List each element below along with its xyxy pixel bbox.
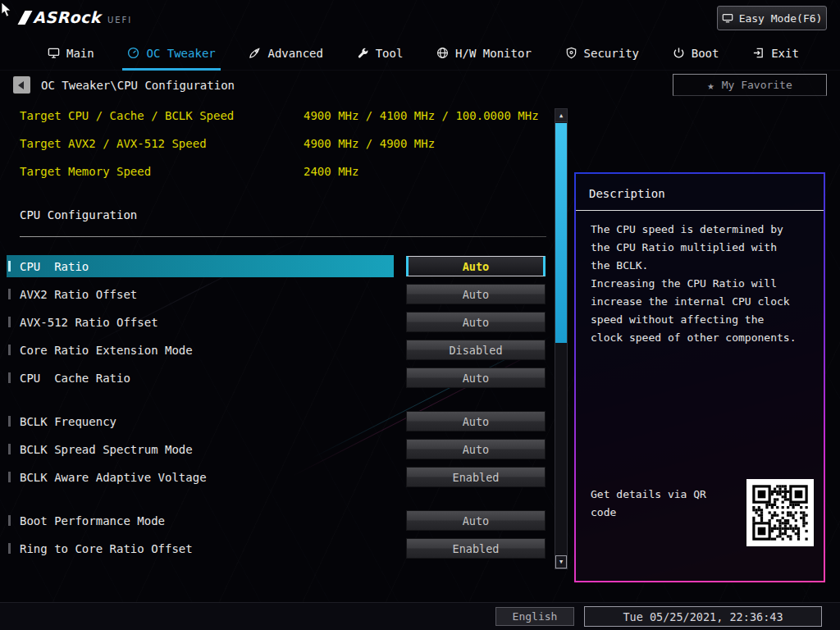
setting-value-button[interactable]: Enabled [406, 467, 546, 487]
tab-oc-tweaker[interactable]: OC Tweaker [127, 36, 215, 71]
setting-label: BCLK Spread Spectrum Mode [20, 443, 193, 456]
target-value: 2400 MHz [304, 165, 358, 178]
row-marker-icon [8, 261, 11, 272]
setting-row-highlight: Core Ratio Extension Mode [7, 339, 394, 361]
setting-value-button[interactable]: Auto [406, 411, 546, 431]
setting-row[interactable]: BCLK Spread Spectrum Mode Auto [0, 438, 555, 460]
target-speeds: Target CPU / Cache / BCLK Speed 4900 MHz… [0, 102, 555, 185]
qr-code [746, 479, 814, 546]
setting-row-highlight: BCLK Spread Spectrum Mode [7, 438, 394, 460]
setting-row[interactable]: AVX-512 Ratio Offset Auto [0, 311, 555, 333]
topbar: ASRock UEFI Easy Mode(F6) [0, 0, 840, 36]
uefi-label: UEFI [107, 16, 132, 25]
target-row: Target CPU / Cache / BCLK Speed 4900 MHz… [0, 102, 555, 130]
setting-value-button[interactable]: Enabled [406, 538, 546, 559]
description-body: The CPU speed is determined by the CPU R… [576, 211, 824, 347]
row-marker-icon [8, 472, 11, 482]
easy-mode-button[interactable]: Easy Mode(F6) [717, 6, 827, 30]
setting-row[interactable]: Core Ratio Extension Mode Disabled [0, 339, 555, 361]
setting-label: Core Ratio Extension Mode [20, 344, 193, 357]
tab-boot[interactable]: Boot [673, 36, 719, 71]
language-button[interactable]: English [495, 607, 574, 626]
setting-row[interactable]: BCLK Aware Adaptive Voltage Enabled [0, 466, 555, 488]
setting-row-highlight: CPU Cache Ratio [7, 367, 394, 389]
setting-row[interactable]: Ring to Core Ratio Offset Enabled [0, 537, 555, 559]
easy-mode-label: Easy Mode(F6) [739, 12, 823, 25]
setting-row-highlight: Boot Performance Mode [7, 509, 394, 532]
target-row: Target AVX2 / AVX-512 Speed 4900 MHz / 4… [0, 130, 555, 158]
advanced-icon [249, 47, 261, 59]
description-title: Description [576, 174, 824, 211]
oc-tweaker-icon [127, 47, 139, 59]
tab-tool[interactable]: Tool [357, 36, 404, 71]
setting-row-highlight: Ring to Core Ratio Offset [7, 537, 394, 559]
datetime-display: Tue 05/25/2021, 22:36:43 [584, 606, 822, 627]
setting-row[interactable]: CPU Cache Ratio Auto [0, 367, 555, 389]
target-value: 4900 MHz / 4100 MHz / 100.0000 MHz [304, 109, 539, 122]
tab-main[interactable]: Main [48, 36, 94, 71]
setting-row-highlight: AVX2 Ratio Offset [7, 283, 394, 305]
setting-row[interactable]: CPU Ratio Auto [0, 255, 555, 277]
tab-exit[interactable]: Exit [752, 36, 799, 71]
main-icon [48, 47, 60, 59]
nav-tabs: Main OC Tweaker Advanced Tool H/W Monito… [0, 36, 840, 71]
setting-value-button[interactable]: Auto [406, 510, 546, 531]
tab-security[interactable]: Security [565, 36, 639, 71]
setting-row[interactable]: Boot Performance Mode Auto [0, 509, 555, 532]
screen-icon [722, 12, 733, 24]
scrollbar[interactable]: ▲ ▼ [555, 108, 568, 569]
asrock-logo: ASRock UEFI [21, 8, 132, 26]
description-panel-inner: Description The CPU speed is determined … [576, 174, 824, 581]
star-icon: ★ [707, 79, 714, 92]
setting-row-highlight: BCLK Frequency [7, 410, 394, 432]
row-marker-icon [8, 444, 11, 454]
tab-h-w-monitor[interactable]: H/W Monitor [436, 36, 532, 71]
setting-label: CPU Cache Ratio [20, 372, 130, 385]
boot-icon [673, 47, 685, 59]
scroll-down-button[interactable]: ▼ [555, 555, 567, 568]
row-marker-icon [8, 372, 11, 383]
setting-row-highlight: CPU Ratio [7, 255, 394, 277]
exit-icon [752, 47, 765, 59]
description-panel: Description The CPU speed is determined … [574, 172, 825, 582]
setting-value-button[interactable]: Auto [406, 256, 546, 276]
row-marker-icon [8, 515, 11, 526]
setting-label: BCLK Aware Adaptive Voltage [20, 471, 207, 484]
setting-label: Ring to Core Ratio Offset [20, 542, 193, 555]
footer: English Tue 05/25/2021, 22:36:43 [0, 602, 840, 630]
settings-list: CPU Ratio Auto AVX2 Ratio Offset Auto AV… [0, 255, 555, 559]
row-marker-icon [8, 317, 11, 327]
row-marker-icon [8, 543, 11, 554]
setting-label: BCLK Frequency [20, 415, 116, 428]
my-favorite-label: My Favorite [722, 79, 792, 91]
tab-advanced[interactable]: Advanced [249, 36, 322, 71]
setting-value-button[interactable]: Auto [406, 439, 546, 459]
setting-row[interactable]: AVX2 Ratio Offset Auto [0, 283, 555, 305]
row-marker-icon [8, 289, 11, 299]
hw-monitor-icon [436, 47, 449, 59]
target-row: Target Memory Speed 2400 MHz [0, 158, 555, 185]
setting-label: AVX2 Ratio Offset [20, 288, 137, 301]
setting-row[interactable]: BCLK Frequency Auto [0, 410, 555, 432]
setting-value-button[interactable]: Auto [406, 368, 546, 388]
asrock-logo-mark [17, 11, 32, 25]
setting-value-button[interactable]: Disabled [406, 340, 546, 360]
my-favorite-button[interactable]: ★ My Favorite [673, 74, 827, 96]
scroll-up-button[interactable]: ▲ [555, 109, 567, 122]
target-label: Target CPU / Cache / BCLK Speed [20, 109, 304, 122]
breadcrumb-row: OC Tweaker\CPU Configuration ★ My Favori… [0, 72, 840, 100]
setting-label: AVX-512 Ratio Offset [20, 316, 158, 329]
back-button[interactable] [13, 76, 30, 94]
setting-value-button[interactable]: Auto [406, 312, 546, 332]
qr-label: Get details via QR code [591, 479, 706, 522]
setting-value-button[interactable]: Auto [406, 284, 546, 304]
setting-row-highlight: AVX-512 Ratio Offset [7, 311, 394, 333]
row-marker-icon [8, 416, 11, 427]
tool-icon [357, 47, 369, 59]
section-divider [20, 236, 546, 237]
security-icon [565, 47, 578, 59]
back-arrow-icon [18, 81, 24, 89]
scrollbar-thumb[interactable] [555, 123, 567, 343]
asrock-logo-text: ASRock [33, 8, 101, 26]
target-value: 4900 MHz / 4900 MHz [304, 137, 435, 150]
